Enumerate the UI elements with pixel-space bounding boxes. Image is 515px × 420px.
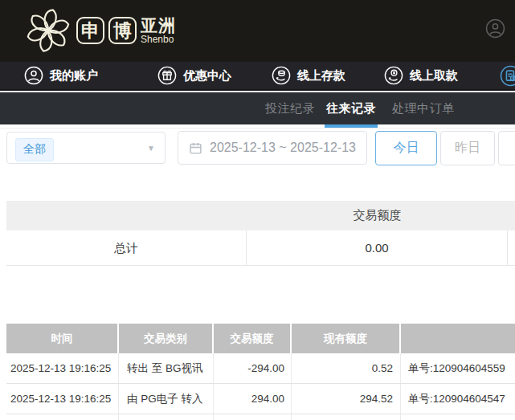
cutoff-range-button[interactable] (498, 131, 515, 165)
tab-processing-orders[interactable]: 处理中订单 (392, 92, 455, 124)
tab-label: 处理中订单 (392, 101, 455, 116)
col-header-balance: 现有额度 (292, 324, 401, 353)
summary-total-value: 0.00 (247, 230, 508, 265)
brand-region: 亚洲 (141, 17, 176, 35)
nav-item-withdraw[interactable]: 线上取款 (384, 62, 458, 89)
calendar-icon (189, 141, 202, 155)
summary-header-row: 交易额度 (6, 201, 515, 230)
records-tab-bar: 投注纪录 往来记录 处理中订单 (0, 92, 515, 124)
nav-item-deposit[interactable]: 线上存款 (272, 62, 345, 89)
tab-bar-hairline (0, 124, 515, 128)
brand-char-1: 申 (76, 17, 104, 44)
today-button[interactable]: 今日 (375, 131, 437, 165)
table-header-row: 时间 交易类别 交易额度 现有额度 (6, 324, 515, 353)
col-header-amount: 交易额度 (214, 324, 292, 353)
col-header-time: 时间 (6, 324, 119, 353)
flower-logo-icon (25, 5, 72, 56)
active-tab-underline (325, 124, 378, 128)
cell-time: 2025-12-13 19:16:25 (6, 353, 119, 383)
cell-amount: 294.00 (214, 384, 292, 414)
type-select-tag: 全部 (15, 138, 54, 161)
nav-item-promotions[interactable]: 优惠中心 (157, 62, 231, 89)
nav-item-label: 优惠中心 (183, 68, 231, 84)
summary-total-label: 总计 (6, 230, 247, 265)
deposit-icon (272, 66, 291, 85)
summary-header-amount: 交易额度 (247, 208, 508, 223)
top-header: 申 博 亚洲 Shenbo (0, 0, 515, 62)
cell-amount: -294.00 (214, 353, 292, 383)
summary-table: 交易额度 总计 0.00 (6, 201, 515, 266)
filter-bar: 全部 ▼ 2025-12-13 ~ 2025-12-13 今日 昨日 (0, 131, 515, 166)
nav-item-label: 线上取款 (410, 68, 458, 84)
brand-logo[interactable]: 申 博 亚洲 Shenbo (25, 5, 176, 56)
col-header-type: 交易类别 (119, 324, 214, 353)
cell-type: 转出 至 BG视讯 (119, 353, 214, 383)
cell-type: 由 PG电子 转入 (119, 384, 214, 414)
col-header-ref (401, 324, 515, 353)
tab-transaction-records[interactable]: 往来记录 (326, 92, 376, 124)
table-row: 2025-12-13 19:16:25 由 PG电子 转入 294.00 294… (6, 384, 515, 414)
date-range-value: 2025-12-13 ~ 2025-12-13 (210, 141, 356, 155)
table-row: 2025-12-13 19:16:25 转出 至 BG视讯 -294.00 0.… (6, 353, 515, 384)
records-clipboard-icon[interactable] (500, 65, 515, 87)
tab-label: 往来记录 (326, 101, 376, 116)
gift-icon (157, 66, 177, 85)
cell-balance: 0.52 (292, 353, 401, 383)
brand-wordmark: 亚洲 Shenbo (141, 17, 176, 45)
withdraw-icon (384, 66, 403, 85)
nav-item-label: 线上存款 (297, 68, 345, 84)
tab-betting-records[interactable]: 投注纪录 (265, 92, 315, 124)
tab-label: 投注纪录 (265, 101, 315, 116)
yesterday-button[interactable]: 昨日 (440, 131, 495, 165)
cell-balance: 294.52 (292, 384, 401, 414)
date-range-input[interactable]: 2025-12-13 ~ 2025-12-13 (178, 131, 367, 165)
table-row-partial (6, 414, 515, 420)
nav-item-label: 我的账户 (50, 68, 98, 84)
user-icon (24, 66, 43, 85)
type-select[interactable]: 全部 ▼ (6, 132, 166, 164)
cell-time: 2025-12-13 19:16:25 (6, 384, 119, 414)
summary-total-row: 总计 0.00 (6, 230, 515, 266)
cell-ref: 单号:120904604559 (401, 353, 515, 383)
brand-char-2: 博 (108, 17, 137, 44)
brand-name-en: Shenbo (141, 35, 176, 45)
cell-ref: 单号:120904604547 (401, 384, 515, 414)
nav-item-my-account[interactable]: 我的账户 (24, 62, 98, 89)
transactions-table: 时间 交易类别 交易额度 现有额度 2025-12-13 19:16:25 转出… (6, 324, 515, 420)
user-avatar-icon[interactable] (485, 18, 505, 39)
chevron-down-icon: ▼ (147, 144, 155, 153)
brand-characters: 申 博 (76, 17, 137, 44)
main-navigation: 我的账户 优惠中心 线上存款 (0, 62, 515, 91)
